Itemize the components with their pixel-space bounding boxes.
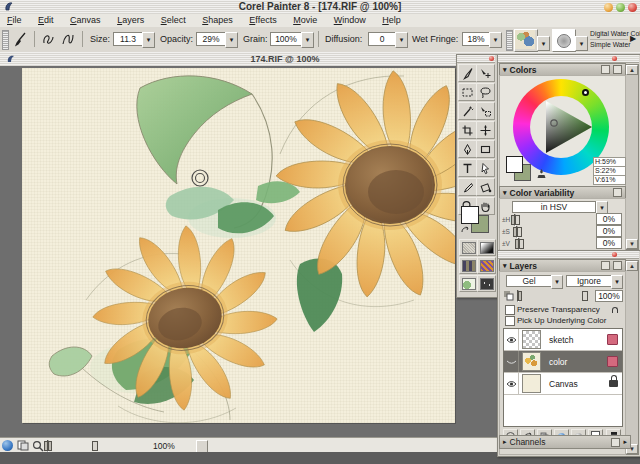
variability-h-handle[interactable] (515, 215, 520, 225)
pick-up-underlying-checkbox[interactable] (505, 316, 515, 326)
channels-expand-icon[interactable]: ▸ (503, 438, 507, 446)
toolbox-close-button[interactable] (489, 56, 494, 61)
shape-selection-tool-button[interactable] (476, 159, 495, 177)
straight-strokes-icon[interactable] (60, 31, 76, 47)
freehand-strokes-icon[interactable] (41, 31, 57, 47)
dropper-tool-button[interactable] (458, 178, 477, 196)
zoom-slider-left-cap[interactable] (48, 441, 52, 451)
layers-panel-grid-icon[interactable] (601, 261, 610, 270)
channels-panel-menu-arrow[interactable]: ▸ (623, 438, 627, 446)
pattern-selector-button[interactable] (459, 257, 478, 274)
scroll-up-icon[interactable]: ▲ (626, 65, 638, 75)
pen-tool-button[interactable] (458, 140, 477, 158)
layer-name[interactable]: Canvas (549, 379, 578, 389)
diffusion-field[interactable]: 0 (368, 32, 396, 46)
variability-v-value[interactable]: 0% (596, 237, 622, 249)
menu-movie[interactable]: Movie (286, 14, 324, 27)
zoom-slider-right-cap[interactable] (44, 441, 48, 451)
transform-tool-button[interactable] (476, 121, 495, 139)
variability-s-slider[interactable] (516, 226, 518, 238)
hue-marker[interactable] (582, 89, 589, 96)
size-dropdown[interactable]: ▾ (142, 32, 155, 48)
grain-dropdown[interactable]: ▾ (301, 32, 314, 48)
layers-panel-menu-icon[interactable] (613, 261, 622, 270)
gradient-selector-button[interactable] (477, 239, 496, 256)
channels-panel-grid-icon[interactable] (611, 438, 620, 447)
layer-thumbnail[interactable] (522, 330, 541, 349)
color-stamp-icon[interactable] (536, 168, 547, 179)
toolbox-title-bar[interactable] (457, 55, 495, 63)
variability-mode-select[interactable]: in HSV (512, 201, 596, 213)
property-bar-drag-handle[interactable] (2, 30, 9, 50)
zoom-tool-icon[interactable] (32, 440, 44, 452)
opacity-field[interactable]: 29% (196, 32, 226, 46)
maximize-button[interactable] (616, 3, 625, 12)
page-view-icon[interactable] (17, 440, 29, 451)
variability-s-value[interactable]: 0% (596, 225, 622, 237)
brush-tool-button[interactable] (458, 64, 477, 82)
composite-method-select[interactable]: Gel (506, 275, 552, 287)
visibility-eye-closed-icon[interactable] (504, 351, 519, 372)
minimize-button[interactable] (604, 3, 613, 12)
layer-thumbnail[interactable] (522, 374, 541, 393)
variability-h-slider[interactable] (514, 214, 516, 226)
zoom-slider-handle[interactable] (92, 441, 98, 451)
title-bar[interactable]: Corel Painter 8 - [174.RIF @ 100%] (0, 0, 640, 15)
grain-field[interactable]: 100% (270, 32, 302, 46)
color-variability-menu-icon[interactable] (613, 188, 622, 197)
colors-panel-grid-icon[interactable] (601, 65, 610, 74)
variability-s-handle[interactable] (517, 227, 522, 237)
brush-category-button[interactable] (514, 29, 538, 52)
layers-palette-title-bar[interactable] (498, 251, 639, 259)
paper-selector-button[interactable] (459, 239, 478, 256)
menu-layers[interactable]: Layers (110, 14, 151, 27)
crop-tool-button[interactable] (458, 121, 477, 139)
layer-name[interactable]: sketch (549, 335, 574, 345)
magic-wand-tool-button[interactable] (458, 102, 477, 120)
brush-selector-drag-handle[interactable] (506, 30, 513, 51)
variability-h-value[interactable]: 0% (596, 213, 622, 225)
diffusion-dropdown[interactable]: ▾ (395, 32, 408, 48)
menu-select[interactable]: Select (154, 14, 193, 27)
canvas-paper[interactable] (22, 68, 455, 423)
layer-opacity-handle[interactable] (582, 291, 588, 301)
menu-window[interactable]: Window (327, 14, 373, 27)
composite-depth-dropdown[interactable]: ▾ (611, 275, 623, 289)
brush-category-label[interactable]: Digital Water Color (590, 29, 628, 40)
visibility-eye-icon[interactable] (504, 329, 519, 350)
scroll-down-icon[interactable]: ▼ (626, 239, 638, 249)
wet-fringe-dropdown[interactable]: ▾ (489, 32, 502, 48)
variability-v-slider[interactable] (518, 238, 520, 250)
selection-adjuster-tool-button[interactable] (476, 102, 495, 120)
colors-panel-menu-icon[interactable] (613, 65, 622, 74)
layer-row-color-selected[interactable]: color (504, 351, 622, 373)
main-color-swatch[interactable] (461, 206, 479, 224)
composite-depth-select[interactable]: Ignore (566, 275, 612, 287)
swap-colors-icon[interactable] (460, 225, 470, 235)
colors-main-swatch[interactable] (506, 156, 523, 173)
layer-row-canvas[interactable]: Canvas (504, 373, 622, 395)
variability-v-handle[interactable] (519, 239, 524, 249)
layers-scrollbar[interactable]: ▲ ▼ (625, 260, 639, 455)
wet-fringe-field[interactable]: 18% (462, 32, 490, 46)
layer-opacity-value[interactable]: 100% (595, 290, 623, 302)
menu-canvas[interactable]: Canvas (63, 14, 108, 27)
layers-palette-close-button[interactable] (612, 252, 617, 257)
colors-collapse-icon[interactable]: ▾ (503, 66, 507, 74)
menu-help[interactable]: Help (375, 14, 408, 27)
layer-adjuster-tool-button[interactable] (476, 64, 495, 82)
close-button[interactable] (628, 3, 637, 12)
visibility-eye-icon[interactable] (504, 373, 519, 394)
composite-method-dropdown[interactable]: ▾ (551, 275, 563, 289)
menu-edit[interactable]: Edit (31, 14, 61, 27)
lasso-tool-button[interactable] (476, 83, 495, 101)
nozzle-selector-button[interactable] (477, 275, 496, 292)
drawing-mode-button[interactable] (2, 440, 13, 451)
text-tool-button[interactable] (458, 159, 477, 177)
brush-variant-label[interactable]: Simple Water (590, 40, 628, 50)
rectangular-shape-tool-button[interactable] (476, 140, 495, 158)
menu-file[interactable]: File (0, 14, 29, 27)
brush-tool-icon[interactable] (12, 31, 28, 47)
palette-scrollbar[interactable]: ▲ ▼ (625, 64, 639, 250)
layer-row-sketch[interactable]: sketch (504, 329, 622, 351)
